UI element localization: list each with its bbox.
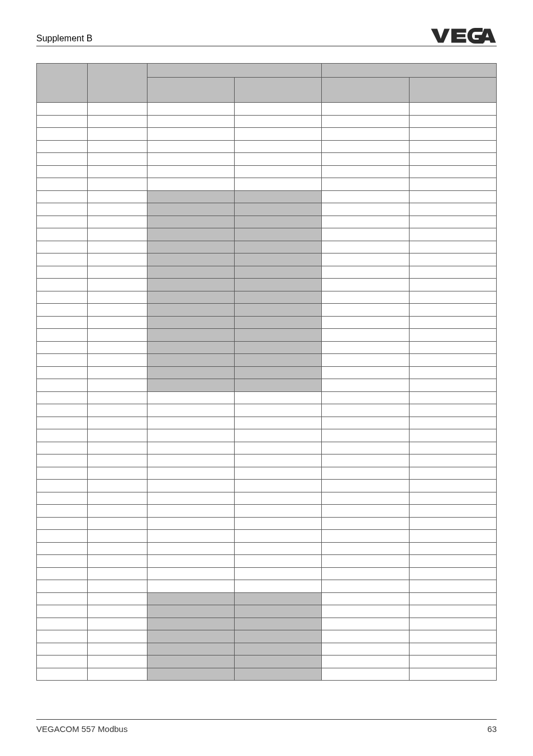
- table-row: [37, 555, 497, 568]
- table-cell: [409, 592, 496, 605]
- table-cell: [234, 140, 321, 153]
- table-cell: [87, 592, 147, 605]
- table-cell: [87, 655, 147, 668]
- table-subheader-2: [234, 78, 321, 103]
- table-cell: [409, 505, 496, 518]
- table-cell: [147, 279, 234, 291]
- page-header: Supplement B: [36, 28, 497, 46]
- table-cell: [87, 391, 147, 404]
- table-cell: [147, 605, 234, 618]
- table-row: [37, 442, 497, 454]
- table-cell: [147, 630, 234, 643]
- table-subheader-1: [147, 78, 234, 103]
- table-cell: [234, 630, 321, 643]
- table-cell: [147, 216, 234, 228]
- table-row: [37, 341, 497, 354]
- table-cell: [234, 115, 321, 128]
- table-cell: [37, 115, 88, 128]
- table-cell: [87, 630, 147, 643]
- table-cell: [409, 580, 496, 593]
- table-cell: [37, 429, 88, 442]
- table-cell: [322, 153, 409, 166]
- table-row: [37, 354, 497, 367]
- table-cell: [409, 404, 496, 417]
- table-cell: [87, 165, 147, 178]
- table-cell: [234, 329, 321, 342]
- footer-left: VEGACOM 557 Modbus: [36, 724, 127, 734]
- table-cell: [87, 253, 147, 266]
- table-header-group-2: [322, 64, 497, 78]
- table-cell: [37, 304, 88, 317]
- table-row: [37, 517, 497, 530]
- table-cell: [37, 190, 88, 203]
- table-cell: [147, 341, 234, 354]
- table-cell: [87, 329, 147, 342]
- table-cell: [322, 266, 409, 279]
- table-cell: [147, 480, 234, 492]
- table-cell: [322, 216, 409, 228]
- table-row: [37, 618, 497, 630]
- table-cell: [37, 505, 88, 518]
- table-cell: [409, 366, 496, 379]
- table-cell: [234, 454, 321, 467]
- table-cell: [37, 655, 88, 668]
- table-cell: [234, 316, 321, 329]
- table-cell: [37, 580, 88, 593]
- table-body: [37, 103, 497, 681]
- table-cell: [147, 492, 234, 505]
- table-cell: [234, 291, 321, 304]
- table-cell: [147, 128, 234, 141]
- table-cell: [147, 291, 234, 304]
- table-cell: [234, 555, 321, 568]
- table-cell: [409, 153, 496, 166]
- table-cell: [87, 241, 147, 253]
- table-cell: [234, 567, 321, 580]
- table-cell: [234, 366, 321, 379]
- table-row: [37, 454, 497, 467]
- table-row: [37, 643, 497, 655]
- table-header-2: [87, 64, 147, 103]
- table-row: [37, 266, 497, 279]
- table-cell: [409, 492, 496, 505]
- table-cell: [322, 304, 409, 317]
- table-cell: [87, 530, 147, 543]
- table-cell: [87, 492, 147, 505]
- table-cell: [37, 291, 88, 304]
- table-cell: [409, 391, 496, 404]
- table-cell: [87, 203, 147, 216]
- table-cell: [87, 140, 147, 153]
- table-cell: [37, 480, 88, 492]
- table-cell: [37, 542, 88, 555]
- table-cell: [147, 505, 234, 518]
- table-cell: [234, 178, 321, 191]
- table-cell: [87, 643, 147, 655]
- table-cell: [37, 216, 88, 228]
- table-cell: [322, 190, 409, 203]
- table-cell: [147, 190, 234, 203]
- table-cell: [37, 241, 88, 253]
- table-cell: [409, 178, 496, 191]
- table-cell: [37, 618, 88, 630]
- table-cell: [234, 304, 321, 317]
- table-cell: [409, 530, 496, 543]
- table-cell: [37, 140, 88, 153]
- table-row: [37, 404, 497, 417]
- table-cell: [322, 517, 409, 530]
- table-cell: [322, 140, 409, 153]
- table-cell: [147, 454, 234, 467]
- table-row: [37, 655, 497, 668]
- table-cell: [147, 115, 234, 128]
- page-footer: VEGACOM 557 Modbus 63: [36, 719, 497, 734]
- table-cell: [409, 618, 496, 630]
- table-cell: [147, 316, 234, 329]
- table-row: [37, 279, 497, 291]
- table-cell: [234, 530, 321, 543]
- table-cell: [87, 668, 147, 681]
- data-table: [36, 63, 497, 681]
- table-cell: [87, 178, 147, 191]
- table-cell: [37, 354, 88, 367]
- table-cell: [37, 605, 88, 618]
- table-cell: [37, 316, 88, 329]
- table-cell: [147, 668, 234, 681]
- table-cell: [322, 467, 409, 480]
